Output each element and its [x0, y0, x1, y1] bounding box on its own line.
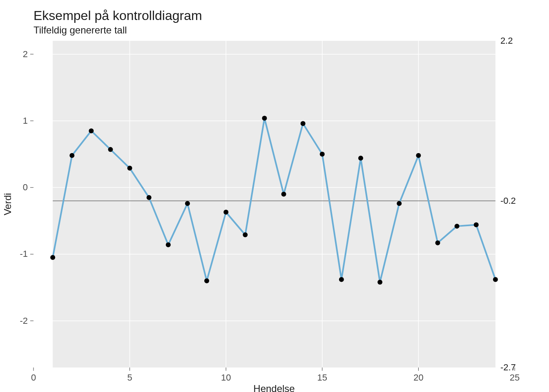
data-point	[166, 243, 171, 247]
x-tick-label: 5	[127, 372, 132, 383]
limit-label: -2.7	[500, 362, 516, 372]
y-tick-label: -1	[20, 249, 28, 259]
data-point	[147, 195, 152, 200]
x-tick-label: 25	[510, 372, 520, 383]
x-tick-label: 0	[31, 372, 36, 383]
data-point	[281, 192, 286, 197]
data-point	[204, 278, 209, 283]
data-point	[262, 116, 267, 120]
data-point	[435, 241, 440, 245]
data-point	[493, 277, 498, 282]
x-tick-label: 15	[317, 372, 327, 383]
data-point	[185, 201, 190, 206]
data-point	[50, 255, 55, 260]
data-point	[339, 277, 344, 282]
limit-label: 2.2	[500, 36, 513, 46]
data-point	[377, 280, 382, 285]
data-point	[223, 210, 228, 215]
y-tick-label: 0	[23, 182, 28, 192]
limit-label: -0.2	[500, 196, 516, 206]
data-point	[301, 121, 306, 126]
data-point	[127, 166, 132, 171]
data-point	[474, 223, 479, 227]
control-chart: Eksempel på kontrolldiagram Tilfeldig ge…	[0, 0, 549, 392]
data-point	[243, 232, 248, 237]
x-tick-label: 20	[413, 372, 423, 383]
data-point	[455, 224, 460, 229]
data-point	[69, 153, 74, 158]
plot-svg: 2.2-0.2-2.70510152025-2-1012HendelseVerd…	[0, 0, 549, 392]
data-point	[89, 128, 94, 133]
y-tick-label: 2	[23, 49, 28, 59]
y-tick-label: 1	[23, 116, 28, 126]
data-point	[358, 156, 363, 160]
data-point	[108, 147, 113, 152]
y-tick-label: -2	[20, 316, 28, 326]
x-tick-label: 10	[221, 372, 231, 383]
data-point	[397, 201, 402, 206]
data-point	[320, 152, 325, 157]
x-axis-label: Hendelse	[253, 383, 295, 392]
y-axis-label: Verdi	[2, 193, 13, 216]
data-point	[416, 153, 421, 158]
